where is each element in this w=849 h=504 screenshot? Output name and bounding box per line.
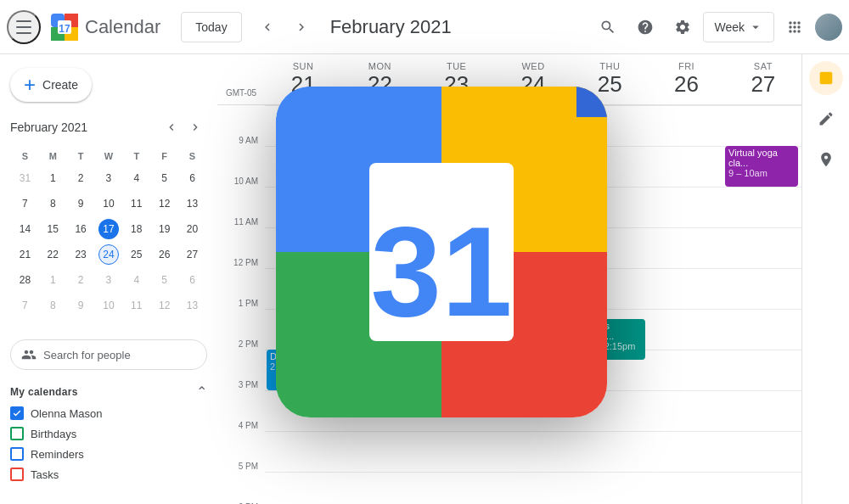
next-button[interactable]	[286, 12, 317, 42]
today-button[interactable]: Today	[181, 12, 241, 42]
time-cell[interactable]	[725, 309, 801, 350]
mini-cal-day[interactable]: 20	[179, 217, 205, 241]
right-sidebar-icon-2[interactable]	[809, 102, 843, 136]
mini-cal-day[interactable]: 25	[123, 243, 149, 266]
mini-cal-day[interactable]: 4	[123, 268, 149, 292]
mini-cal-day[interactable]: 4	[123, 166, 149, 190]
time-cell[interactable]	[725, 472, 801, 504]
my-calendar-item[interactable]: Reminders	[10, 444, 207, 464]
calendar-checkbox[interactable]	[10, 406, 24, 420]
mini-cal-day[interactable]: 2	[68, 166, 94, 190]
time-cell[interactable]	[725, 227, 801, 268]
time-cell[interactable]	[648, 390, 724, 431]
mini-cal-day[interactable]: 6	[179, 166, 205, 190]
mini-cal-day[interactable]: 3	[96, 268, 122, 292]
create-button[interactable]: + Create	[10, 68, 92, 102]
mini-cal-day[interactable]: 28	[12, 268, 38, 292]
search-people[interactable]: Search for people	[10, 339, 207, 370]
settings-button[interactable]	[666, 10, 700, 44]
time-cell[interactable]	[725, 431, 801, 472]
mini-cal-day[interactable]: 24	[96, 243, 122, 266]
help-button[interactable]	[628, 10, 662, 44]
mini-cal-day[interactable]: 13	[179, 294, 205, 317]
mini-cal-day[interactable]: 23	[68, 243, 94, 266]
apps-button[interactable]	[778, 10, 812, 44]
view-selector[interactable]: Week	[703, 12, 774, 42]
time-cell[interactable]	[341, 472, 418, 504]
calendar-checkbox[interactable]	[10, 447, 24, 461]
add-other-calendar-button[interactable]: +	[171, 498, 194, 504]
mini-cal-day[interactable]: 8	[40, 192, 66, 216]
day-number[interactable]: 27	[725, 71, 801, 98]
mini-cal-day[interactable]: 18	[123, 217, 149, 241]
mini-cal-day[interactable]: 14	[12, 217, 38, 241]
mini-cal-day[interactable]: 10	[96, 192, 122, 216]
time-cell[interactable]	[571, 431, 648, 472]
my-calendar-item[interactable]: Olenna Mason	[10, 403, 207, 423]
mini-cal-day[interactable]: 11	[123, 294, 149, 317]
mini-cal-day[interactable]: 1	[40, 166, 66, 190]
mini-cal-day[interactable]: 15	[40, 217, 66, 241]
prev-button[interactable]	[252, 12, 283, 42]
mini-cal-day[interactable]: 8	[40, 294, 66, 317]
mini-cal-day[interactable]: 17	[96, 217, 122, 241]
time-cell[interactable]	[648, 146, 724, 187]
time-cell[interactable]	[419, 472, 495, 504]
right-sidebar-icon-3[interactable]	[809, 143, 843, 176]
menu-button[interactable]	[7, 10, 41, 44]
mini-cal-day[interactable]: 7	[12, 294, 38, 317]
mini-cal-day[interactable]: 11	[123, 192, 149, 216]
mini-prev-button[interactable]	[160, 115, 183, 139]
calendar-event[interactable]: Virtual yoga cla...9 – 10am	[725, 146, 798, 187]
time-cell[interactable]	[341, 431, 418, 472]
my-calendar-item[interactable]: Tasks	[10, 464, 207, 484]
mini-cal-day[interactable]: 7	[12, 192, 38, 216]
time-cell[interactable]	[725, 268, 801, 309]
time-cell[interactable]	[495, 472, 571, 504]
time-cell[interactable]	[648, 187, 724, 227]
my-calendars-toggle[interactable]: ⌃	[196, 384, 207, 400]
time-cell[interactable]	[725, 187, 801, 227]
time-cell[interactable]	[419, 431, 495, 472]
time-cell[interactable]	[648, 472, 724, 504]
mini-cal-day[interactable]: 22	[40, 243, 66, 266]
logo-area[interactable]: 17 Calendar	[48, 10, 160, 44]
time-cell[interactable]	[495, 431, 571, 472]
calendar-checkbox[interactable]	[10, 427, 24, 440]
time-cell[interactable]	[648, 227, 724, 268]
time-cell[interactable]	[648, 309, 724, 350]
mini-cal-day[interactable]: 9	[68, 294, 94, 317]
mini-cal-day[interactable]: 5	[151, 166, 177, 190]
time-cell[interactable]	[648, 268, 724, 309]
search-button[interactable]	[591, 10, 625, 44]
mini-cal-day[interactable]: 26	[151, 243, 177, 266]
mini-cal-day[interactable]: 3	[96, 166, 122, 190]
mini-cal-day[interactable]: 31	[12, 166, 38, 190]
mini-next-button[interactable]	[183, 115, 207, 139]
mini-cal-day[interactable]: 9	[68, 192, 94, 216]
mini-cal-day[interactable]: 12	[151, 192, 177, 216]
time-cell[interactable]	[648, 431, 724, 472]
time-cell[interactable]	[725, 350, 801, 390]
time-cell[interactable]	[265, 431, 341, 472]
mini-cal-day[interactable]: 6	[179, 268, 205, 292]
avatar[interactable]	[815, 14, 842, 41]
mini-cal-day[interactable]: 19	[151, 217, 177, 241]
mini-cal-day[interactable]: 13	[179, 192, 205, 216]
mini-cal-day[interactable]: 5	[151, 268, 177, 292]
calendar-checkbox[interactable]	[10, 468, 24, 481]
mini-cal-day[interactable]: 12	[151, 294, 177, 317]
day-number[interactable]: 26	[648, 71, 724, 98]
time-cell[interactable]	[648, 105, 724, 146]
time-cell[interactable]	[725, 105, 801, 146]
time-cell[interactable]	[725, 390, 801, 431]
mini-cal-day[interactable]: 16	[68, 217, 94, 241]
mini-cal-day[interactable]: 21	[12, 243, 38, 266]
time-cell[interactable]	[571, 472, 648, 504]
mini-cal-day[interactable]: 2	[68, 268, 94, 292]
mini-cal-day[interactable]: 27	[179, 243, 205, 266]
right-sidebar-icon-1[interactable]	[809, 61, 843, 95]
time-cell[interactable]	[265, 472, 341, 504]
mini-cal-day[interactable]: 1	[40, 268, 66, 292]
mini-cal-day[interactable]: 10	[96, 294, 122, 317]
